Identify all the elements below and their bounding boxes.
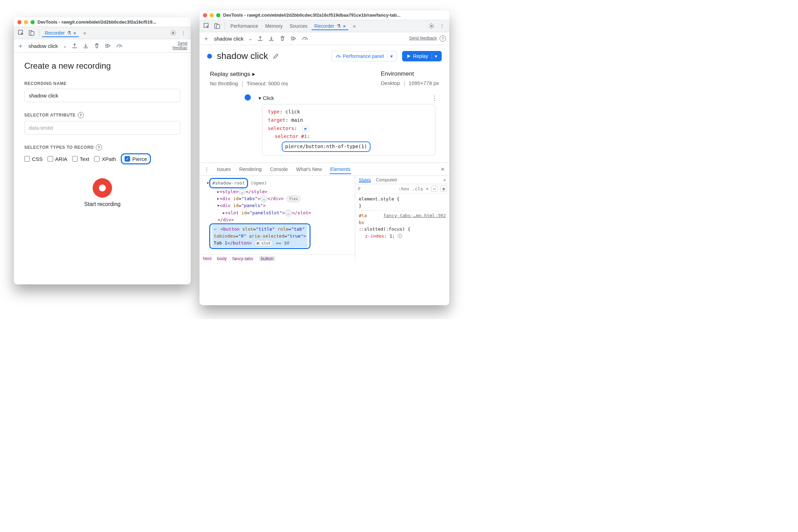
recording-name-input[interactable]: shadow click [24, 89, 180, 102]
hov-toggle[interactable]: :hov [399, 186, 409, 191]
start-recording-button[interactable] [93, 178, 112, 198]
elements-tree[interactable]: ▾#shadow-root (open) ▸<style>…</style> ▸… [200, 176, 355, 254]
create-recording-form: Create a new recording RECORDING NAME sh… [14, 53, 191, 214]
tab-memory[interactable]: Memory [262, 22, 286, 30]
send-feedback-link[interactable]: Send feedbac [172, 41, 187, 50]
selector-value-highlight[interactable]: pierce/button:nth-of-type(1) [282, 141, 371, 152]
dropdown-chevron-icon[interactable]: ⌄ [61, 43, 69, 49]
minimize-window-icon[interactable] [210, 13, 214, 17]
drawer-tab-console[interactable]: Console [269, 164, 288, 174]
tab-performance[interactable]: Performance [228, 22, 261, 30]
tab-recorder[interactable]: Recorder ⚗ × [42, 29, 79, 37]
selector-attribute-input[interactable]: data-testid [24, 121, 180, 135]
zoom-window-icon[interactable] [216, 13, 220, 17]
export-icon[interactable] [72, 43, 80, 49]
kebab-menu-icon[interactable]: ⋮ [204, 166, 209, 172]
close-window-icon[interactable] [17, 20, 22, 24]
filter-input[interactable]: F [358, 186, 361, 191]
breadcrumb[interactable]: html body fancy-tabs button [200, 254, 355, 263]
play-icon[interactable] [105, 43, 113, 49]
styles-rules[interactable]: element.style { } #ta fancy-tabs-…mo.htm… [355, 194, 449, 241]
styles-tab-computed[interactable]: Computed [376, 177, 397, 182]
tab-recorder[interactable]: Recorder ⚗ × [312, 22, 348, 30]
crumb-fancytabs[interactable]: fancy-tabs [232, 256, 253, 261]
help-icon[interactable]: ? [96, 144, 102, 151]
play-icon[interactable] [291, 36, 299, 41]
device-mode-icon[interactable] [213, 22, 222, 31]
step-toggle[interactable]: ▾ Click [258, 95, 274, 101]
device-mode-icon[interactable] [27, 28, 36, 37]
drawer: ⋮ Issues Rendering Console What's New El… [200, 163, 449, 263]
zoom-window-icon[interactable] [31, 20, 35, 24]
drawer-tab-rendering[interactable]: Rendering [238, 164, 262, 174]
recording-status-dot-icon [207, 54, 212, 59]
performance-panel-button[interactable]: Performance panel ▾ [331, 51, 397, 61]
step-details: type: click target: main selectors: ◩ se… [262, 104, 435, 156]
drawer-tab-elements[interactable]: Elements [330, 164, 351, 174]
styles-tab-styles[interactable]: Styles [359, 177, 371, 182]
kebab-menu-icon[interactable]: ⋮ [179, 28, 188, 37]
selector-type-text[interactable]: Text [72, 156, 90, 162]
help-icon[interactable]: ? [440, 35, 446, 42]
import-icon[interactable] [83, 43, 91, 49]
chevron-down-icon[interactable]: ▾ [387, 53, 393, 59]
info-icon[interactable]: ⓘ [398, 233, 402, 239]
delete-icon[interactable] [94, 43, 102, 49]
new-rule-icon[interactable]: + [426, 186, 428, 191]
send-feedback-link[interactable]: Send feedback [409, 36, 437, 41]
recording-selector[interactable]: shadow click [214, 36, 244, 42]
close-drawer-icon[interactable]: × [441, 166, 444, 173]
settings-gear-icon[interactable] [427, 22, 436, 31]
measure-icon[interactable] [116, 43, 125, 49]
drawer-tab-issues[interactable]: Issues [216, 164, 231, 174]
crumb-button[interactable]: button [259, 256, 275, 261]
styles-tabstrip: Styles Computed » [355, 176, 449, 184]
styles-panel: Styles Computed » F :hov .cls + ▭ ◨ [355, 176, 449, 263]
dropdown-chevron-icon[interactable]: ⌄ [246, 36, 255, 41]
computed-styles-icon[interactable]: ▭ [431, 186, 438, 192]
selector-type-pierce[interactable]: ✓Pierce [125, 156, 147, 162]
kebab-menu-icon[interactable]: ⋮ [438, 22, 447, 31]
drawer-tab-whatsnew[interactable]: What's New [295, 164, 322, 174]
recording-selector[interactable]: shadow click [28, 43, 58, 49]
import-icon[interactable] [269, 36, 277, 41]
devtools-window-left: DevTools - rawgit.com/ebidel/2d2bb0cdec3… [14, 17, 191, 284]
step-menu-icon[interactable]: ⋮ [431, 94, 438, 102]
inspect-mini-icon[interactable]: ◩ [302, 126, 309, 132]
close-tab-icon[interactable]: × [74, 31, 76, 36]
close-window-icon[interactable] [203, 13, 207, 17]
measure-icon[interactable] [302, 36, 310, 41]
replay-button[interactable]: Replay ▾ [402, 51, 442, 61]
sidebar-toggle-icon[interactable]: ◨ [440, 186, 447, 192]
environment-summary: Desktop 1095×778 px [381, 80, 439, 86]
delete-icon[interactable] [280, 36, 288, 41]
more-tabs-icon[interactable]: » [443, 177, 446, 182]
titlebar: DevTools - rawgit.com/ebidel/2d2bb0cdec3… [200, 10, 449, 20]
close-tab-icon[interactable]: × [343, 24, 346, 29]
slot-badge[interactable]: ◩ slot [254, 240, 273, 247]
source-link[interactable]: fancy-tabs-…mo.html:302 [383, 212, 446, 219]
selector-type-xpath[interactable]: XPath [94, 156, 116, 162]
more-tabs-icon[interactable]: » [80, 28, 89, 37]
selector-type-css[interactable]: CSS [24, 156, 43, 162]
more-tabs-icon[interactable]: » [350, 22, 359, 31]
inspect-icon[interactable] [17, 28, 26, 37]
selector-type-aria[interactable]: ARIA [48, 156, 67, 162]
minimize-window-icon[interactable] [24, 20, 28, 24]
window-controls [17, 20, 35, 24]
inspect-icon[interactable] [202, 22, 211, 31]
export-icon[interactable] [257, 36, 266, 41]
svg-point-7 [431, 25, 432, 27]
help-icon[interactable]: ? [78, 112, 84, 118]
edit-title-icon[interactable] [273, 53, 279, 59]
crumb-html[interactable]: html [203, 256, 212, 261]
new-recording-icon[interactable]: ＋ [17, 42, 24, 50]
settings-gear-icon[interactable] [169, 28, 178, 37]
chevron-down-icon[interactable]: ▾ [432, 53, 437, 59]
crumb-body[interactable]: body [217, 256, 227, 261]
drawer-tabstrip: ⋮ Issues Rendering Console What's New El… [200, 163, 449, 176]
tab-sources[interactable]: Sources [287, 22, 310, 30]
cls-toggle[interactable]: .cls [412, 186, 423, 191]
new-recording-icon[interactable]: ＋ [203, 34, 209, 43]
replay-settings-header[interactable]: Replay settings ▸ [210, 70, 288, 78]
